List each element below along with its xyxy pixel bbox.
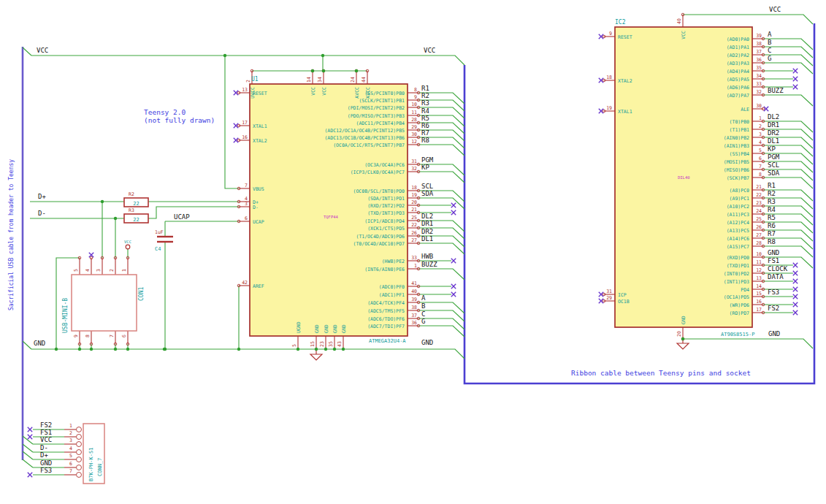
net-label-gnd[interactable]: GND xyxy=(40,459,52,467)
wire[interactable] xyxy=(23,341,31,349)
wire[interactable] xyxy=(683,339,813,348)
resistor-r2[interactable]: R2 22 xyxy=(124,191,148,207)
net-label-fs1[interactable]: FS1 xyxy=(40,429,52,436)
resistor-r3[interactable]: R3 22 xyxy=(124,207,148,223)
u1-value[interactable]: ATMEGA32U4-A xyxy=(369,338,406,344)
u1-symbol[interactable]: 13RESET17XTAL116XTAL27VBUS4D+3D-6UCAP42A… xyxy=(237,69,420,348)
note-teensy-line2[interactable]: (not fully drawn) xyxy=(144,116,215,124)
note-teensy-line1[interactable]: Teensy 2.0 xyxy=(144,108,186,116)
net-label-d-[interactable]: D- xyxy=(40,444,48,451)
wire[interactable] xyxy=(23,444,33,452)
capacitor-c4[interactable]: 1uF C4 xyxy=(155,229,173,252)
net-label-kp[interactable]: KP xyxy=(768,145,776,153)
net-label-r8[interactable]: R8 xyxy=(421,137,429,144)
net-label-b[interactable]: B xyxy=(768,39,771,46)
net-label-ucap[interactable]: UCAP xyxy=(174,213,190,221)
net-label-r2[interactable]: R2 xyxy=(421,92,429,99)
ic2-ref[interactable]: IC2 xyxy=(615,19,626,26)
net-label-r7[interactable]: R7 xyxy=(421,129,429,137)
net-label-r7[interactable]: R7 xyxy=(768,230,776,237)
net-label-dl2[interactable]: DL2 xyxy=(768,113,779,121)
net-label-a[interactable]: A xyxy=(421,294,426,302)
wire[interactable] xyxy=(418,145,464,156)
wire[interactable] xyxy=(418,326,464,337)
wire[interactable] xyxy=(683,15,813,24)
net-label-a[interactable]: A xyxy=(768,31,772,38)
net-label-gnd-mid[interactable]: GND xyxy=(421,339,433,346)
wire[interactable] xyxy=(763,63,813,74)
net-label-buzz[interactable]: BUZZ xyxy=(421,261,437,268)
net-label-r8[interactable]: R8 xyxy=(768,238,776,245)
net-label-clock[interactable]: CLOCK xyxy=(768,265,788,272)
net-label-buzz[interactable]: BUZZ xyxy=(768,87,784,94)
net-label-r1[interactable]: R1 xyxy=(768,182,776,189)
wire[interactable] xyxy=(418,310,464,321)
note-ribbon-cable[interactable]: Ribbon cable between Teensy pins and soc… xyxy=(571,369,751,377)
wire[interactable] xyxy=(418,198,464,209)
net-label-vcc-left[interactable]: VCC xyxy=(37,47,48,54)
net-label-fs2[interactable]: FS2 xyxy=(768,305,779,312)
net-label-fs3[interactable]: FS3 xyxy=(768,289,779,296)
net-label-dplus[interactable]: D+ xyxy=(38,193,46,200)
wire[interactable] xyxy=(418,302,464,313)
net-label-b[interactable]: B xyxy=(421,302,425,310)
net-label-vcc-mid[interactable]: VCC xyxy=(424,47,435,54)
net-label-pgm[interactable]: PGM xyxy=(768,153,780,161)
net-label-hwb[interactable]: HWB xyxy=(421,253,433,260)
net-label-vcc[interactable]: VCC xyxy=(40,436,52,443)
net-label-vcc-right[interactable]: VCC xyxy=(769,6,781,13)
net-label-dminus[interactable]: D- xyxy=(38,210,46,217)
net-label-gnd-right[interactable]: GND xyxy=(768,330,780,337)
net-label-r6[interactable]: R6 xyxy=(421,122,429,129)
net-label-sda[interactable]: SDA xyxy=(421,190,434,197)
net-label-gnd[interactable]: GND xyxy=(768,249,779,256)
net-label-r3[interactable]: R3 xyxy=(421,99,429,107)
connector-conn7[interactable]: B7K-PH-K-S1 CONN_7 xyxy=(83,424,104,484)
net-label-d+[interactable]: D+ xyxy=(40,451,48,459)
net-label-fs1[interactable]: FS1 xyxy=(768,257,779,264)
note-usb-cable[interactable]: Sacrificial USB cable from header to Tee… xyxy=(8,159,15,310)
net-label-scl[interactable]: SCL xyxy=(421,183,433,190)
net-label-r5[interactable]: R5 xyxy=(768,214,776,221)
u1-ref[interactable]: U1 xyxy=(251,76,259,83)
net-label-g[interactable]: G xyxy=(768,55,771,62)
net-label-r6[interactable]: R6 xyxy=(768,222,776,229)
wire[interactable] xyxy=(148,207,239,218)
net-label-fs3[interactable]: FS3 xyxy=(40,467,52,474)
vcc-power-flag[interactable]: VCC xyxy=(124,240,131,249)
net-label-dr1[interactable]: DR1 xyxy=(768,121,779,129)
wire[interactable] xyxy=(23,451,33,459)
wire[interactable] xyxy=(418,172,464,183)
net-label-dl1[interactable]: DL1 xyxy=(768,137,779,145)
wire[interactable] xyxy=(225,56,239,188)
net-label-r2[interactable]: R2 xyxy=(768,190,776,197)
net-label-fs2[interactable]: FS2 xyxy=(40,421,52,429)
wire[interactable] xyxy=(23,47,31,56)
net-label-r4[interactable]: R4 xyxy=(421,107,429,115)
net-label-r3[interactable]: R3 xyxy=(768,198,776,205)
ic2-value[interactable]: AT90S8515-P xyxy=(721,332,754,337)
wire[interactable] xyxy=(31,56,464,65)
net-label-dr2[interactable]: DR2 xyxy=(768,129,779,137)
net-label-dl1[interactable]: DL1 xyxy=(421,235,433,243)
usb-connector-con1[interactable]: USB-MINI-B CON1 xyxy=(62,275,145,333)
wire[interactable] xyxy=(23,459,33,467)
net-label-pgm[interactable]: PGM xyxy=(421,156,434,164)
net-label-c[interactable]: C xyxy=(421,310,425,318)
net-label-dr2[interactable]: DR2 xyxy=(421,228,433,235)
net-label-c[interactable]: C xyxy=(768,47,771,54)
net-label-kp[interactable]: KP xyxy=(421,164,429,171)
net-label-dr1[interactable]: DR1 xyxy=(421,220,433,227)
wire[interactable] xyxy=(763,95,813,106)
net-label-r4[interactable]: R4 xyxy=(768,206,776,213)
net-label-r1[interactable]: R1 xyxy=(421,85,429,92)
wire[interactable] xyxy=(418,318,464,329)
net-label-g[interactable]: G xyxy=(421,318,425,325)
net-label-dl2[interactable]: DL2 xyxy=(421,213,433,220)
conn7-pin-FS3[interactable]: 7FS3 xyxy=(40,467,82,478)
net-label-data[interactable]: DATA xyxy=(768,273,784,280)
wire[interactable] xyxy=(23,436,33,444)
net-label-r5[interactable]: R5 xyxy=(421,115,429,122)
net-label-sda[interactable]: SDA xyxy=(768,169,780,177)
net-label-scl[interactable]: SCL xyxy=(768,161,779,169)
